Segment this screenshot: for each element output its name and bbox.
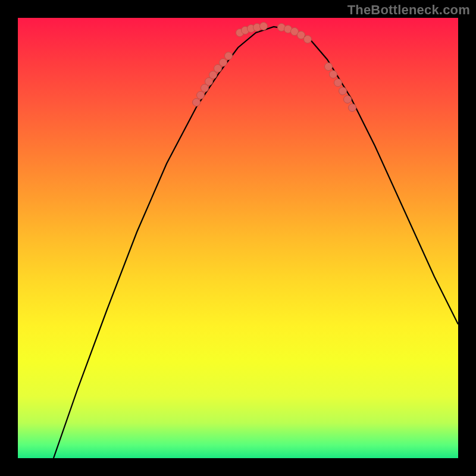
dot-layer — [193, 23, 356, 112]
data-dot — [193, 99, 201, 107]
data-dot — [330, 71, 337, 79]
data-dot — [220, 59, 227, 67]
outer-frame: TheBottleneck.com — [0, 0, 476, 476]
plot-area — [18, 18, 458, 458]
bottleneck-curve — [54, 27, 458, 458]
data-dot — [344, 96, 352, 104]
data-dot — [209, 71, 217, 79]
data-dot — [334, 79, 342, 87]
data-dot — [214, 65, 222, 73]
watermark-text: TheBottleneck.com — [347, 2, 470, 18]
data-dot — [325, 63, 333, 71]
chart-svg — [18, 18, 458, 458]
data-dot — [349, 104, 356, 112]
data-dot — [339, 87, 347, 95]
data-dot — [225, 52, 233, 60]
data-dot — [197, 92, 205, 99]
data-dot — [304, 36, 312, 43]
data-dot — [260, 23, 268, 30]
